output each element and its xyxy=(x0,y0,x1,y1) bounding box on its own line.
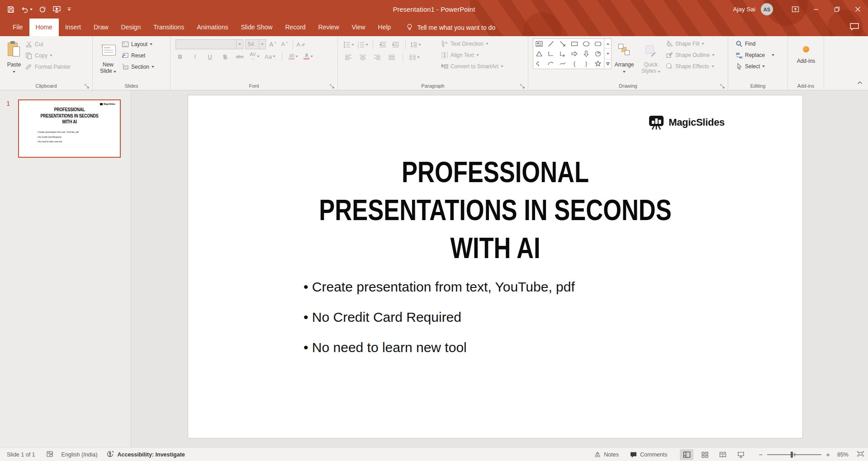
new-slide-button[interactable]: ✳ New Slide xyxy=(97,38,119,74)
font-color-button[interactable]: A xyxy=(304,52,313,61)
shapes-gallery[interactable]: A xyxy=(533,38,612,69)
tab-design[interactable]: Design xyxy=(115,19,147,36)
decrease-font-size-button[interactable]: A˅ xyxy=(280,39,289,49)
shape-freeform-icon[interactable] xyxy=(592,49,604,59)
shape-oval-icon[interactable] xyxy=(580,39,592,49)
shape-right-arrow-icon[interactable] xyxy=(569,49,580,59)
shape-curve-icon[interactable] xyxy=(557,59,569,69)
align-right-button[interactable] xyxy=(372,52,382,62)
numbering-button[interactable]: 123 xyxy=(357,40,368,50)
tab-view[interactable]: View xyxy=(346,19,372,36)
normal-view-button[interactable] xyxy=(680,449,693,460)
bold-button[interactable]: B xyxy=(175,52,185,61)
zoom-out-button[interactable]: − xyxy=(759,451,763,458)
align-text-button[interactable]: Align Text xyxy=(441,49,503,61)
section-button[interactable]: ✳Section xyxy=(122,61,154,72)
tab-record[interactable]: Record xyxy=(279,19,312,36)
bullets-button[interactable] xyxy=(343,40,354,50)
shape-elbow-connector-icon[interactable] xyxy=(545,49,557,59)
slide-sorter-view-button[interactable] xyxy=(698,449,711,460)
select-button[interactable]: Select xyxy=(735,61,774,72)
accessibility-icon[interactable] xyxy=(106,450,114,459)
highlight-color-button[interactable]: ab xyxy=(289,52,299,61)
tab-review[interactable]: Review xyxy=(312,19,346,36)
shape-line-icon[interactable] xyxy=(545,39,557,49)
font-size-combobox[interactable]: 54 xyxy=(245,39,266,49)
zoom-slider-handle[interactable] xyxy=(791,452,793,458)
justify-button[interactable] xyxy=(387,52,397,62)
shape-outline-button[interactable]: Shape Outline xyxy=(666,49,715,61)
tab-transitions[interactable]: Transitions xyxy=(147,19,190,36)
redo-icon[interactable] xyxy=(39,6,46,13)
decrease-indent-button[interactable] xyxy=(378,40,388,50)
shape-textbox-icon[interactable]: A xyxy=(533,39,545,49)
shape-fill-button[interactable]: Shape Fill xyxy=(666,38,715,49)
clear-formatting-button[interactable]: A xyxy=(296,39,306,49)
drawing-dialog-launcher-icon[interactable] xyxy=(720,83,725,88)
ribbon-display-options-icon[interactable] xyxy=(785,0,806,19)
tab-slideshow[interactable]: Slide Show xyxy=(234,19,279,36)
language-indicator[interactable]: English (India) xyxy=(62,452,98,458)
shape-right-brace-icon[interactable] xyxy=(580,59,592,69)
shape-arc-icon[interactable] xyxy=(545,59,557,69)
notes-button[interactable]: Notes xyxy=(594,451,619,458)
shape-scribble-icon[interactable] xyxy=(533,59,545,69)
undo-dropdown-icon[interactable] xyxy=(30,9,33,10)
slide-counter[interactable]: Slide 1 of 1 xyxy=(7,452,35,458)
layout-button[interactable]: Layout xyxy=(122,38,154,50)
change-case-button[interactable]: Aa xyxy=(265,52,275,61)
copy-button[interactable]: Copy xyxy=(25,50,71,61)
tell-me-box[interactable]: Tell me what you want to do xyxy=(406,19,495,36)
shape-down-arrow-icon[interactable] xyxy=(580,49,592,59)
line-spacing-button[interactable] xyxy=(410,40,421,50)
find-button[interactable]: Find xyxy=(735,38,774,49)
paste-button[interactable]: Paste xyxy=(4,38,24,74)
user-name[interactable]: Ajay Sai xyxy=(733,6,755,13)
paragraph-dialog-launcher-icon[interactable] xyxy=(520,83,525,88)
clipboard-dialog-launcher-icon[interactable] xyxy=(85,83,90,88)
reading-view-button[interactable] xyxy=(716,449,730,460)
save-icon[interactable] xyxy=(7,6,14,13)
convert-to-smartart-button[interactable]: Convert to SmartArt xyxy=(441,61,503,72)
close-button[interactable] xyxy=(847,0,868,19)
tab-file[interactable]: File xyxy=(6,19,29,36)
customize-qat-icon[interactable] xyxy=(67,8,71,11)
cut-button[interactable]: Cut xyxy=(25,38,71,50)
shape-left-brace-icon[interactable] xyxy=(569,59,580,69)
shape-star-icon[interactable] xyxy=(592,59,604,69)
zoom-slider[interactable] xyxy=(767,454,821,455)
restore-button[interactable] xyxy=(826,0,847,19)
character-spacing-button[interactable]: AV↔ xyxy=(250,52,260,61)
accessibility-status[interactable]: Accessibility: Investigate xyxy=(117,452,185,458)
shape-effects-button[interactable]: Shape Effects xyxy=(666,61,715,72)
align-left-button[interactable] xyxy=(343,52,353,62)
format-painter-button[interactable]: Format Painter xyxy=(25,61,71,72)
shape-arrow-icon[interactable] xyxy=(557,39,569,49)
tab-animations[interactable]: Animations xyxy=(190,19,234,36)
gallery-expand-icon[interactable] xyxy=(604,59,611,69)
align-center-button[interactable] xyxy=(358,52,368,62)
user-avatar[interactable]: AS xyxy=(761,3,773,15)
tab-draw[interactable]: Draw xyxy=(87,19,115,36)
slide[interactable]: MagicSlides PROFESSIONAL PRESENTATIONS I… xyxy=(188,95,803,438)
replace-button[interactable]: abacReplace xyxy=(735,49,774,61)
shape-rectangle-icon[interactable] xyxy=(569,39,580,49)
tab-insert[interactable]: Insert xyxy=(59,19,87,36)
arrange-button[interactable]: Arrange xyxy=(612,38,636,74)
addins-button[interactable]: Add-ins xyxy=(794,41,818,64)
spellcheck-icon[interactable] xyxy=(46,450,54,459)
zoom-in-button[interactable]: + xyxy=(826,451,830,458)
comments-pane-icon[interactable] xyxy=(849,22,860,33)
shape-rounded-rectangle-icon[interactable] xyxy=(592,39,604,49)
gallery-scroll-down-icon[interactable] xyxy=(604,49,611,59)
font-dialog-launcher-icon[interactable] xyxy=(330,83,335,88)
increase-font-size-button[interactable]: A˄ xyxy=(268,39,278,49)
tab-help[interactable]: Help xyxy=(372,19,398,36)
slide-thumbnail[interactable]: MagicSlides PROFESSIONAL PRESENTATIONS I… xyxy=(18,99,121,158)
undo-button[interactable] xyxy=(21,6,33,13)
shapes-gallery-scrollbar[interactable] xyxy=(604,39,611,69)
increase-indent-button[interactable] xyxy=(391,40,401,50)
minimize-button[interactable] xyxy=(806,0,826,19)
slide-title[interactable]: PROFESSIONAL PRESENTATIONS IN SECONDS WI… xyxy=(243,153,747,267)
shape-elbow-arrow-connector-icon[interactable] xyxy=(557,49,569,59)
